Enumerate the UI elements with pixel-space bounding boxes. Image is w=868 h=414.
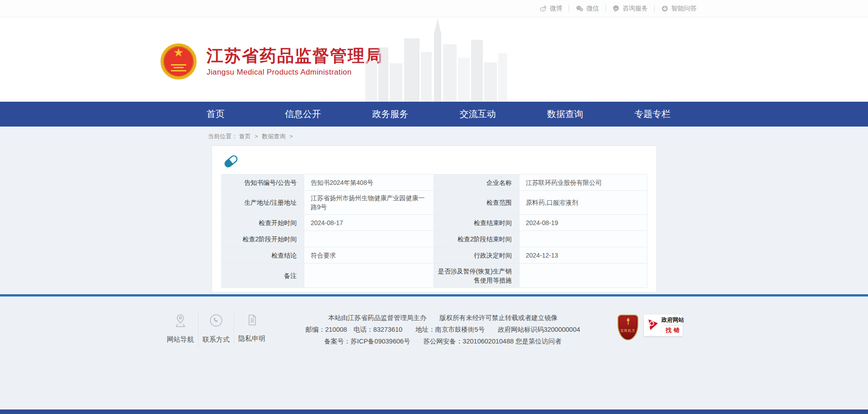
footer-line-icp-visitor: 备案号：苏ICP备09039606号 苏公网安备：32010602010488 …: [282, 335, 604, 347]
field-value: 江苏联环药业股份有限公司: [519, 174, 647, 191]
phone-icon: [209, 313, 223, 329]
footer-badges: 党政机关 政府网站 找错: [618, 312, 683, 347]
table-row: 检查结论 符合要求 行政决定时间 2024-12-13: [221, 247, 647, 263]
nav-item-gov-services[interactable]: 政务服务: [347, 102, 434, 127]
field-label: 检查结束时间: [434, 215, 519, 231]
site-subtitle: Jiangsu Medical Products Administration: [207, 68, 383, 77]
field-label: 检查开始时间: [221, 215, 304, 231]
divider: [198, 312, 198, 347]
nav-item-home[interactable]: 首页: [172, 102, 259, 127]
field-value: 告知书2024年第408号: [304, 174, 434, 191]
nav-item-interaction[interactable]: 交流互动: [434, 102, 521, 127]
weibo-icon: [539, 5, 547, 12]
wechat-label: 微信: [586, 5, 599, 13]
bottom-blue-strip: [0, 409, 868, 414]
gov-site-error-report-badge[interactable]: 政府网站 找错: [644, 315, 683, 336]
site-map-link[interactable]: 网站导航: [164, 312, 197, 347]
field-label: 行政决定时间: [434, 247, 519, 263]
nav-item-info-disclosure[interactable]: 信息公开: [259, 102, 346, 127]
field-value: [519, 263, 647, 288]
breadcrumb: 当前位置： 首页 > 数据查询 >: [208, 127, 660, 146]
map-pin-icon: [173, 313, 188, 329]
gov-badge-title: 政府网站: [661, 316, 684, 324]
field-label: 检查2阶段开始时间: [221, 231, 304, 247]
field-label: 企业名称: [434, 174, 519, 191]
contact-link[interactable]: 联系方式: [200, 312, 232, 347]
field-value: [304, 231, 434, 247]
record-panel: 告知书编号/公告号 告知书2024年第408号 企业名称 江苏联环药业股份有限公…: [212, 146, 657, 292]
party-gov-badge-label: 党政机关: [620, 329, 636, 333]
inspection-record-table: 告知书编号/公告号 告知书2024年第408号 企业名称 江苏联环药业股份有限公…: [221, 174, 647, 288]
footer-line-host-copyright: 本站由江苏省药品监督管理局主办 版权所有未经许可禁止转载或者建立镜像: [282, 312, 604, 324]
table-row: 检查2阶段开始时间 检查2阶段结束时间: [221, 231, 647, 247]
nav-item-data-query[interactable]: 数据查询: [521, 102, 609, 127]
red-magnifier-icon: [646, 318, 660, 333]
privacy-label: 隐私申明: [238, 334, 265, 343]
field-label: 告知书编号/公告号: [221, 174, 304, 191]
robot-icon: [661, 5, 669, 12]
field-label: 备注: [221, 263, 304, 288]
breadcrumb-data-query-link[interactable]: 数据查询: [262, 133, 285, 140]
content-area: 当前位置： 首页 > 数据查询 > 告知书编号/公告号 告知书2024年第40: [0, 127, 868, 294]
field-label: 是否涉及暂停(恢复)生产销售使用等措施: [434, 263, 519, 288]
field-label: 检查范围: [434, 191, 519, 215]
site-header: ★ 江苏省药品监督管理局 Jiangsu Medical Products Ad…: [0, 17, 868, 102]
table-row: 备注 是否涉及暂停(恢复)生产销售使用等措施: [221, 263, 647, 288]
pill-capsule-icon: [223, 153, 647, 169]
page: 微博 微信 咨询服务 智能问答: [0, 0, 868, 414]
consult-service-link[interactable]: 咨询服务: [606, 5, 654, 13]
footer-info: 本站由江苏省药品监督管理局主办 版权所有未经许可禁止转载或者建立镜像 邮编：21…: [268, 312, 618, 347]
table-row: 生产地址/注册地址 江苏省扬州市扬州生物健康产业园健康一路9号 检查范围 原料药…: [221, 191, 647, 215]
footer-line-contact: 邮编：210008 电话：83273610 地址：南京市鼓楼街5号 政府网站标识…: [282, 324, 604, 335]
table-row: 检查开始时间 2024-08-17 检查结束时间 2024-08-19: [221, 215, 647, 231]
smart-qa-label: 智能问答: [671, 5, 697, 13]
wechat-icon: [576, 5, 584, 13]
national-emblem-icon: ★: [160, 43, 197, 80]
field-value: 原料药,口服溶液剂: [519, 191, 647, 215]
chat-bubble-icon: [612, 5, 620, 12]
field-value: 符合要求: [304, 247, 434, 263]
field-value: [519, 231, 647, 247]
footer-links: 网站导航 联系方式 隐私申明: [164, 312, 268, 347]
consult-service-label: 咨询服务: [623, 5, 648, 13]
site-map-label: 网站导航: [167, 335, 194, 344]
party-gov-badge[interactable]: 党政机关: [618, 315, 638, 340]
field-label: 检查结论: [221, 247, 304, 263]
wechat-link[interactable]: 微信: [569, 5, 605, 13]
breadcrumb-separator: >: [255, 133, 258, 140]
divider: [234, 312, 234, 347]
breadcrumb-prefix: 当前位置：: [208, 133, 237, 140]
weibo-link[interactable]: 微博: [533, 5, 569, 13]
gov-badge-find-error: 找错: [664, 325, 682, 334]
site-footer: 网站导航 联系方式 隐私申明 本站由江苏省药品监: [0, 296, 868, 409]
torch-emblem-icon: [625, 317, 632, 328]
breadcrumb-separator: >: [289, 133, 293, 140]
main-nav: 首页 信息公开 政务服务 交流互动 数据查询 专题专栏: [0, 102, 868, 127]
top-utility-bar: 微博 微信 咨询服务 智能问答: [0, 0, 868, 17]
nav-item-special-topics[interactable]: 专题专栏: [609, 102, 696, 127]
field-value: 2024-08-19: [519, 215, 647, 231]
site-logo[interactable]: ★ 江苏省药品监督管理局 Jiangsu Medical Products Ad…: [160, 43, 383, 80]
field-value: 江苏省扬州市扬州生物健康产业园健康一路9号: [304, 191, 434, 215]
contact-label: 联系方式: [203, 335, 230, 344]
field-value: 2024-08-17: [304, 215, 434, 231]
field-label: 检查2阶段结束时间: [434, 231, 519, 247]
field-label: 生产地址/注册地址: [221, 191, 304, 215]
field-value: [304, 263, 434, 288]
smart-qa-link[interactable]: 智能问答: [655, 5, 703, 13]
breadcrumb-home-link[interactable]: 首页: [239, 133, 251, 140]
field-value: 2024-12-13: [519, 247, 647, 263]
site-title: 江苏省药品监督管理局: [207, 46, 383, 66]
weibo-label: 微博: [550, 5, 562, 13]
document-icon: [245, 313, 259, 329]
table-row: 告知书编号/公告号 告知书2024年第408号 企业名称 江苏联环药业股份有限公…: [221, 174, 647, 191]
privacy-link[interactable]: 隐私申明: [236, 312, 268, 347]
city-skyline-graphic: [365, 18, 510, 102]
